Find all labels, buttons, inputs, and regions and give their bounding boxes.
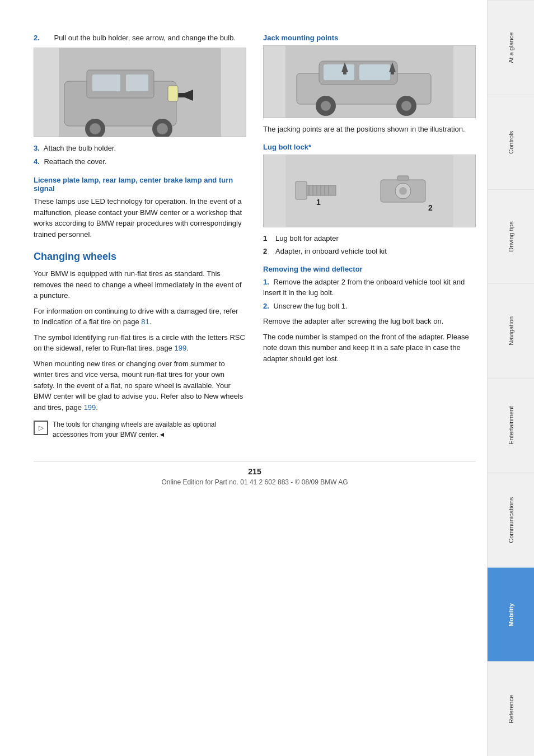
- changing-wheels-heading: Changing wheels: [34, 251, 246, 263]
- page-footer: 215 Online Edition for Part no. 01 41 2 …: [34, 461, 476, 486]
- jack-desc: The jacking points are at the positions …: [263, 124, 476, 135]
- note-icon: [34, 421, 48, 435]
- svg-point-6: [90, 123, 101, 134]
- changing-wheels-p3: The symbol identifying run-flat tires is…: [34, 332, 246, 354]
- changing-wheels-p4: When mounting new tires or changing over…: [34, 358, 246, 413]
- license-text: These lamps use LED technology for opera…: [34, 196, 246, 240]
- step-3-text: Attach the bulb holder.: [44, 144, 116, 152]
- sidebar-tab-controls[interactable]: Controls: [488, 95, 534, 189]
- lug-item-2-num: 2: [263, 246, 271, 257]
- svg-rect-22: [343, 71, 346, 74]
- svg-rect-37: [397, 176, 409, 180]
- wind-step-1: 1. Remove the adapter 2 from the onboard…: [263, 277, 476, 298]
- lug-item-1-num: 1: [263, 233, 271, 244]
- sidebar-tab-mobility[interactable]: Mobility: [488, 567, 534, 662]
- wind-step-1-text: Remove the adapter 2 from the onboard ve…: [263, 278, 465, 297]
- step-3-num: 3.: [34, 144, 40, 152]
- jack-heading: Jack mounting points: [263, 34, 476, 42]
- step-2: 2. Pull out the bulb holder, see arrow, …: [34, 34, 246, 42]
- lug-item-2-text: Adapter, in onboard vehicle tool kit: [275, 246, 387, 257]
- page-number: 215: [34, 467, 476, 476]
- sidebar-tab-navigation[interactable]: Navigation: [488, 283, 534, 378]
- bulb-image: [34, 48, 246, 137]
- wind-step-2-num: 2.: [263, 302, 269, 310]
- license-heading: License plate lamp, rear lamp, center br…: [34, 176, 246, 193]
- svg-text:2: 2: [428, 203, 433, 212]
- changing-wheels-p1: Your BMW is equipped with run-flat tires…: [34, 268, 246, 301]
- svg-point-18: [321, 101, 331, 111]
- step-2-num: 2.: [34, 34, 40, 42]
- svg-rect-4: [126, 74, 148, 91]
- step-4: 4. Reattach the cover.: [34, 156, 246, 167]
- step-2-text: Pull out the bulb holder, see arrow, and…: [54, 34, 236, 42]
- footer-text: Online Edition for Part no. 01 41 2 602 …: [34, 478, 476, 486]
- svg-rect-3: [92, 74, 120, 91]
- lug-item-2: 2 Adapter, in onboard vehicle tool kit: [263, 246, 476, 257]
- license-section: License plate lamp, rear lamp, center br…: [34, 176, 246, 240]
- wind-deflector-heading: Removing the wind deflector: [263, 265, 476, 273]
- svg-rect-11: [168, 86, 178, 101]
- changing-wheels-p2: For information on continuing to drive w…: [34, 306, 246, 328]
- svg-rect-34: [296, 181, 307, 199]
- svg-rect-16: [359, 64, 390, 80]
- sidebar: At a glance Controls Driving tips Naviga…: [487, 0, 534, 756]
- wind-note-1: Remove the adapter after screwing the lu…: [263, 316, 476, 327]
- lug-bolt-heading: Lug bolt lock*: [263, 143, 476, 151]
- right-column: Jack mounting points: [263, 34, 476, 444]
- step-4-num: 4.: [34, 157, 40, 166]
- note-text: The tools for changing wheels are availa…: [53, 419, 246, 440]
- svg-point-20: [401, 101, 411, 111]
- svg-point-39: [399, 187, 407, 195]
- sidebar-tab-at-a-glance[interactable]: At a glance: [488, 0, 534, 95]
- left-column: 2. Pull out the bulb holder, see arrow, …: [34, 34, 246, 444]
- wind-step-2: 2. Unscrew the lug bolt 1.: [263, 301, 476, 312]
- wind-step-1-num: 1.: [263, 278, 269, 286]
- lug-item-1: 1 Lug bolt for adapter: [263, 233, 476, 244]
- lug-bolt-image: 1 2: [263, 155, 476, 227]
- step-3: 3. Attach the bulb holder.: [34, 143, 246, 154]
- wind-step-2-text: Unscrew the lug bolt 1.: [273, 302, 347, 310]
- sidebar-tab-driving-tips[interactable]: Driving tips: [488, 189, 534, 284]
- sidebar-tab-entertainment[interactable]: Entertainment: [488, 378, 534, 473]
- wind-note-2: The code number is stamped on the front …: [263, 332, 476, 365]
- svg-rect-24: [391, 71, 394, 74]
- step-4-text: Reattach the cover.: [44, 157, 106, 166]
- lug-item-1-text: Lug bolt for adapter: [275, 233, 339, 244]
- svg-text:1: 1: [316, 198, 321, 207]
- jack-image: [263, 45, 476, 118]
- svg-rect-26: [302, 185, 336, 195]
- note-box: The tools for changing wheels are availa…: [34, 419, 246, 440]
- sidebar-tab-reference[interactable]: Reference: [488, 661, 534, 756]
- svg-rect-15: [324, 64, 354, 80]
- changing-wheels-section: Changing wheels Your BMW is equipped wit…: [34, 251, 246, 440]
- svg-point-8: [157, 123, 168, 134]
- sidebar-tab-communications[interactable]: Communications: [488, 473, 534, 567]
